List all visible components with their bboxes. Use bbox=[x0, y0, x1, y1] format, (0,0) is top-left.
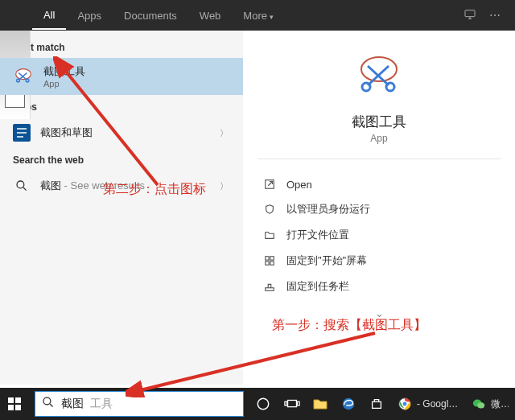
svg-rect-15 bbox=[266, 288, 274, 291]
annotation-step2: 第二步：点击图标 bbox=[103, 181, 206, 198]
svg-point-2 bbox=[17, 79, 20, 82]
more-options-icon[interactable]: ⋯ bbox=[483, 4, 507, 27]
pin-start-icon bbox=[262, 254, 277, 267]
best-match-label: Best match bbox=[0, 35, 243, 58]
svg-point-1 bbox=[16, 69, 31, 80]
result-title: 截图和草图 bbox=[40, 126, 210, 140]
result-subtype: App bbox=[43, 79, 230, 89]
svg-rect-0 bbox=[465, 10, 475, 16]
taskbar: 截图工具 - Google ... 微信 bbox=[0, 388, 515, 420]
svg-rect-11 bbox=[266, 257, 269, 260]
task-view-icon[interactable] bbox=[278, 388, 305, 420]
feedback-icon[interactable] bbox=[457, 3, 483, 28]
action-pin-taskbar[interactable]: 固定到任务栏 bbox=[258, 274, 509, 299]
svg-point-33 bbox=[478, 402, 485, 408]
action-open[interactable]: Open bbox=[258, 172, 509, 196]
chevron-right-icon: 〉 bbox=[220, 127, 230, 139]
svg-point-3 bbox=[26, 79, 29, 82]
svg-rect-27 bbox=[297, 401, 299, 406]
cortana-icon[interactable] bbox=[250, 388, 277, 420]
search-icon bbox=[13, 177, 31, 195]
chevron-right-icon: 〉 bbox=[220, 180, 230, 192]
tab-all[interactable]: All bbox=[32, 2, 66, 30]
folder-icon bbox=[262, 229, 277, 241]
action-pin-start[interactable]: 固定到"开始"屏幕 bbox=[258, 248, 509, 274]
svg-rect-21 bbox=[15, 405, 21, 410]
results-panel: Best match 截图工具 App Apps 截图和草图 〉 Search … bbox=[0, 31, 243, 385]
open-icon bbox=[262, 178, 277, 191]
svg-rect-20 bbox=[8, 405, 14, 410]
search-icon bbox=[42, 396, 55, 412]
store-icon[interactable] bbox=[364, 388, 390, 420]
file-explorer-icon[interactable] bbox=[307, 388, 333, 420]
chevron-down-icon: ▾ bbox=[270, 13, 274, 21]
snipping-tool-icon bbox=[13, 66, 34, 87]
svg-rect-19 bbox=[15, 397, 21, 403]
svg-rect-25 bbox=[287, 400, 296, 406]
action-run-admin[interactable]: 以管理员身份运行 bbox=[258, 196, 509, 222]
svg-point-5 bbox=[17, 181, 24, 188]
chrome-icon[interactable] bbox=[392, 388, 418, 420]
svg-point-24 bbox=[258, 398, 270, 410]
snip-sketch-icon bbox=[13, 124, 31, 142]
svg-line-6 bbox=[23, 187, 27, 191]
snipping-tool-icon-large bbox=[355, 51, 403, 100]
start-button[interactable] bbox=[0, 388, 30, 420]
result-title: 截图工具 bbox=[43, 64, 230, 79]
svg-point-31 bbox=[402, 401, 407, 406]
annotation-step1: 第一步：搜索【截图工具】 bbox=[272, 317, 426, 334]
tab-apps[interactable]: Apps bbox=[66, 2, 113, 29]
svg-rect-14 bbox=[270, 261, 274, 265]
taskbar-search-box[interactable]: 截图工具 bbox=[35, 391, 244, 417]
details-title: 截图工具 bbox=[352, 113, 406, 131]
svg-point-8 bbox=[362, 83, 370, 91]
svg-rect-13 bbox=[266, 261, 269, 265]
search-suggestion-rest: 工具 bbox=[90, 397, 113, 411]
svg-point-9 bbox=[386, 83, 394, 91]
svg-rect-18 bbox=[8, 397, 14, 403]
best-match-result[interactable]: 截图工具 App bbox=[0, 58, 243, 95]
details-subtype: App bbox=[370, 133, 387, 144]
search-typed-text: 截图 bbox=[61, 397, 84, 411]
admin-icon bbox=[262, 203, 277, 216]
wechat-window-title: 微信 bbox=[491, 397, 509, 411]
svg-rect-12 bbox=[270, 257, 274, 260]
pin-taskbar-icon bbox=[262, 280, 277, 293]
apps-section-label: Apps bbox=[0, 95, 243, 117]
tab-documents[interactable]: Documents bbox=[113, 2, 188, 29]
search-web-label: Search the web bbox=[0, 148, 243, 171]
svg-line-23 bbox=[50, 404, 53, 407]
svg-rect-26 bbox=[285, 401, 287, 406]
app-result-snip-sketch[interactable]: 截图和草图 〉 bbox=[0, 117, 243, 148]
action-file-location[interactable]: 打开文件位置 bbox=[258, 222, 509, 248]
search-tabs-bar: All Apps Documents Web More▾ ⋯ bbox=[0, 0, 515, 31]
edge-icon[interactable] bbox=[335, 388, 361, 420]
wechat-icon[interactable] bbox=[466, 388, 492, 420]
chrome-window-title: - Google ... bbox=[417, 398, 461, 410]
tab-more[interactable]: More▾ bbox=[232, 2, 285, 29]
svg-point-22 bbox=[43, 397, 51, 405]
tab-web[interactable]: Web bbox=[188, 2, 233, 29]
